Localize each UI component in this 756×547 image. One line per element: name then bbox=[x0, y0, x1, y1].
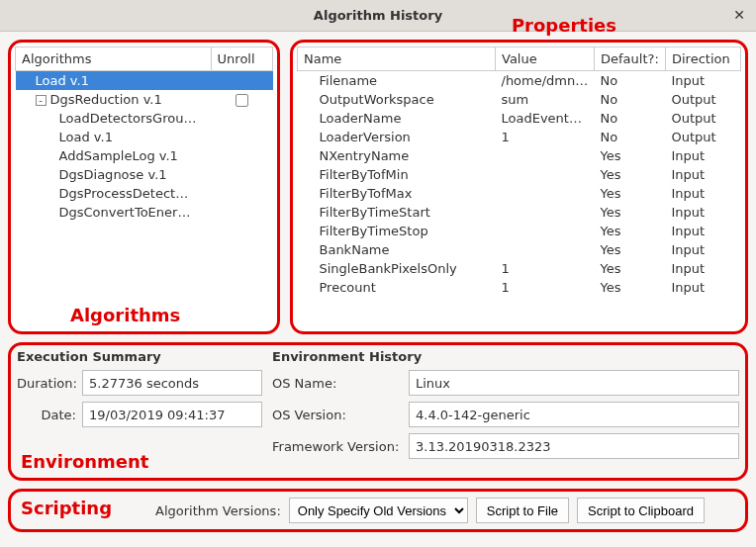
unroll-checkbox[interactable] bbox=[236, 94, 248, 107]
col-direction[interactable]: Direction bbox=[666, 47, 741, 71]
cell-def: Yes bbox=[595, 184, 666, 203]
os-name-value: Linux bbox=[409, 370, 739, 396]
table-row[interactable]: BankNameYesInput bbox=[298, 240, 741, 259]
cell-def: No bbox=[595, 90, 666, 109]
table-row[interactable]: LoaderVersion1NoOutput bbox=[298, 128, 741, 146]
col-unroll[interactable]: Unroll bbox=[211, 47, 272, 71]
expander-icon[interactable]: - bbox=[36, 95, 47, 106]
cell-name: OutputWorkspace bbox=[298, 90, 496, 109]
tree-row[interactable]: DgsProcessDetect… bbox=[16, 184, 273, 203]
cell-name: FilterByTofMax bbox=[298, 184, 496, 203]
properties-panel: Properties Name Value Default?: Directio… bbox=[290, 40, 748, 334]
cell-value: 1 bbox=[496, 278, 595, 297]
col-value[interactable]: Value bbox=[496, 47, 595, 71]
algorithms-tree[interactable]: Algorithms Unroll Load v.1-DgsReduction … bbox=[15, 46, 273, 222]
cell-name: Filename bbox=[298, 71, 496, 91]
tree-item-label: Load v.1 bbox=[36, 73, 89, 88]
cell-dir: Input bbox=[666, 165, 741, 184]
table-row[interactable]: FilterByTofMaxYesInput bbox=[298, 184, 741, 203]
execution-summary-heading: Execution Summary bbox=[17, 349, 262, 364]
cell-dir: Output bbox=[666, 90, 741, 109]
tree-item-label: Load v.1 bbox=[59, 130, 113, 144]
title-bar: Algorithm History ✕ bbox=[0, 0, 756, 32]
cell-value: /home/dmn… bbox=[496, 71, 595, 91]
table-row[interactable]: NXentryNameYesInput bbox=[298, 146, 741, 165]
table-row[interactable]: SingleBankPixelsOnly1YesInput bbox=[298, 259, 741, 278]
cell-dir: Input bbox=[666, 184, 741, 203]
algorithm-versions-combo[interactable]: Only Specify Old Versions bbox=[289, 498, 468, 523]
algorithms-panel: Algorithms Algorithms Unroll Load v.1-Dg… bbox=[8, 40, 280, 334]
cell-dir: Input bbox=[666, 222, 741, 240]
tree-row[interactable]: Load v.1 bbox=[16, 71, 273, 91]
cell-def: Yes bbox=[595, 278, 666, 297]
duration-label: Duration: bbox=[17, 376, 76, 391]
cell-name: LoaderName bbox=[298, 109, 496, 128]
cell-name: FilterByTimeStart bbox=[298, 203, 496, 222]
close-icon[interactable]: ✕ bbox=[730, 6, 748, 24]
cell-def: No bbox=[595, 128, 666, 146]
scripting-bar: Scripting Algorithm Versions: Only Speci… bbox=[8, 489, 748, 532]
framework-version-value: 3.13.20190318.2323 bbox=[409, 433, 739, 459]
duration-value: 5.27736 seconds bbox=[82, 370, 262, 396]
environment-history-heading: Environment History bbox=[272, 349, 739, 364]
os-name-label: OS Name: bbox=[272, 376, 403, 391]
os-version-label: OS Version: bbox=[272, 408, 403, 422]
cell-value: 1 bbox=[496, 128, 595, 146]
tree-item-label: DgsProcessDetect… bbox=[59, 186, 189, 201]
tree-row[interactable]: AddSampleLog v.1 bbox=[16, 146, 273, 165]
col-name[interactable]: Name bbox=[298, 47, 496, 71]
cell-def: Yes bbox=[595, 240, 666, 259]
script-to-clipboard-button[interactable]: Script to Clipboard bbox=[577, 498, 705, 523]
content-area: Algorithms Algorithms Unroll Load v.1-Dg… bbox=[0, 32, 756, 538]
table-row[interactable]: OutputWorkspacesumNoOutput bbox=[298, 90, 741, 109]
tree-item-label: DgsDiagnose v.1 bbox=[59, 167, 167, 182]
cell-def: Yes bbox=[595, 222, 666, 240]
cell-name: NXentryName bbox=[298, 146, 496, 165]
cell-value bbox=[496, 203, 595, 222]
cell-name: Precount bbox=[298, 278, 496, 297]
tree-row[interactable]: DgsDiagnose v.1 bbox=[16, 165, 273, 184]
date-value: 19/03/2019 09:41:37 bbox=[82, 402, 262, 427]
cell-dir: Input bbox=[666, 203, 741, 222]
cell-dir: Input bbox=[666, 71, 741, 91]
cell-value: sum bbox=[496, 90, 595, 109]
table-row[interactable]: FilterByTimeStopYesInput bbox=[298, 222, 741, 240]
cell-value bbox=[496, 222, 595, 240]
col-default[interactable]: Default?: bbox=[595, 47, 666, 71]
cell-value: 1 bbox=[496, 259, 595, 278]
cell-name: LoaderVersion bbox=[298, 128, 496, 146]
cell-value bbox=[496, 165, 595, 184]
tree-row[interactable]: DgsConvertToEner… bbox=[16, 203, 273, 222]
cell-dir: Input bbox=[666, 240, 741, 259]
framework-version-label: Framework Version: bbox=[272, 439, 403, 454]
annotation-scripting: Scripting bbox=[21, 498, 112, 518]
table-row[interactable]: Filename/home/dmn…NoInput bbox=[298, 71, 741, 91]
table-row[interactable]: FilterByTofMinYesInput bbox=[298, 165, 741, 184]
cell-name: SingleBankPixelsOnly bbox=[298, 259, 496, 278]
cell-value: LoadEventN… bbox=[496, 109, 595, 128]
table-row[interactable]: FilterByTimeStartYesInput bbox=[298, 203, 741, 222]
cell-value bbox=[496, 184, 595, 203]
table-row[interactable]: Precount1YesInput bbox=[298, 278, 741, 297]
algorithm-versions-label: Algorithm Versions: bbox=[155, 503, 281, 518]
cell-def: Yes bbox=[595, 259, 666, 278]
cell-value bbox=[496, 146, 595, 165]
properties-table[interactable]: Name Value Default?: Direction Filename/… bbox=[297, 46, 741, 297]
cell-name: BankName bbox=[298, 240, 496, 259]
table-row[interactable]: LoaderNameLoadEventN…NoOutput bbox=[298, 109, 741, 128]
tree-row[interactable]: Load v.1 bbox=[16, 128, 273, 146]
cell-name: FilterByTimeStop bbox=[298, 222, 496, 240]
cell-def: Yes bbox=[595, 165, 666, 184]
cell-dir: Input bbox=[666, 278, 741, 297]
col-algorithms[interactable]: Algorithms bbox=[16, 47, 212, 71]
cell-dir: Input bbox=[666, 146, 741, 165]
window-title: Algorithm History bbox=[314, 8, 442, 23]
script-to-file-button[interactable]: Script to File bbox=[476, 498, 569, 523]
tree-item-label: LoadDetectorsGrou… bbox=[59, 111, 197, 126]
cell-def: No bbox=[595, 109, 666, 128]
tree-row[interactable]: -DgsReduction v.1 bbox=[16, 90, 273, 109]
os-version-value: 4.4.0-142-generic bbox=[409, 402, 739, 427]
tree-row[interactable]: LoadDetectorsGrou… bbox=[16, 109, 273, 128]
cell-name: FilterByTofMin bbox=[298, 165, 496, 184]
cell-dir: Output bbox=[666, 128, 741, 146]
